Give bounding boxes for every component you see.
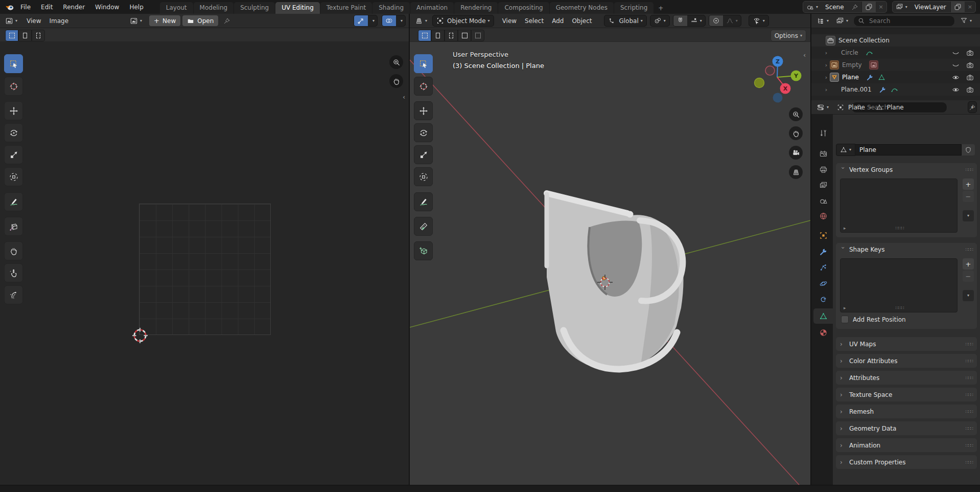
workspace-tab-layout[interactable]: Layout: [160, 2, 193, 14]
uv-maps-panel[interactable]: ›UV Maps∷∷∷: [836, 337, 977, 351]
options-button[interactable]: Options▾: [771, 30, 806, 41]
view-layer-browse-button[interactable]: ▾: [893, 2, 911, 12]
remesh-panel[interactable]: ›Remesh∷∷∷: [836, 405, 977, 418]
props-tab-material[interactable]: [813, 325, 833, 340]
vp-menu-select[interactable]: Select: [521, 17, 548, 25]
gizmo-axis-neg-x[interactable]: [765, 66, 775, 75]
props-tab-physics[interactable]: [813, 276, 833, 291]
props-tab-constraints[interactable]: [813, 292, 833, 307]
uv-tool-rip-region[interactable]: [4, 217, 23, 236]
outliner-display-mode-button[interactable]: ▾: [834, 16, 850, 26]
props-tab-view-layer[interactable]: [813, 177, 833, 193]
props-tab-modifiers[interactable]: [813, 244, 833, 259]
outliner-row-partial[interactable]: ›: [811, 96, 980, 100]
render-visibility-icon[interactable]: [966, 49, 974, 57]
modifier-wrench-icon[interactable]: [879, 86, 886, 94]
vp-ortho-toggle-button[interactable]: [789, 165, 803, 179]
add-workspace-button[interactable]: +: [654, 3, 667, 14]
uv-tool-relax[interactable]: [4, 263, 23, 282]
texture-space-panel[interactable]: ›Texture Space∷∷∷: [836, 388, 977, 401]
vp-select-mode-intersect[interactable]: [471, 30, 484, 41]
shape-key-specials-button[interactable]: ▾: [963, 290, 974, 301]
render-visibility-icon[interactable]: [966, 86, 974, 94]
uv-tool-transform[interactable]: [4, 167, 23, 186]
vp-tool-scale[interactable]: [414, 145, 433, 164]
hide-icon[interactable]: [952, 61, 960, 69]
vp-tool-annotate[interactable]: [414, 192, 433, 211]
image-browse-button[interactable]: ▾: [128, 16, 144, 26]
list-disclosure[interactable]: ▸: [844, 226, 846, 231]
props-tab-data[interactable]: [813, 308, 833, 324]
proportional-falloff-selector[interactable]: ▾: [723, 17, 741, 25]
workspace-tab-sculpting[interactable]: Sculpting: [234, 2, 275, 14]
vp-tool-transform[interactable]: [414, 167, 433, 186]
mesh-datablock-browse[interactable]: ▾: [836, 144, 855, 156]
props-tab-object[interactable]: [813, 228, 833, 243]
uv-select-mode-subtract[interactable]: [32, 30, 45, 41]
props-tab-scene[interactable]: [813, 193, 833, 208]
vp-tool-measure[interactable]: [414, 217, 433, 236]
scene-new-button[interactable]: [861, 2, 876, 12]
snap-toggle[interactable]: [673, 15, 687, 26]
vertex-group-remove-button[interactable]: −: [963, 191, 974, 202]
uv-pan-button[interactable]: [389, 74, 403, 88]
scene-browse-button[interactable]: ▾: [803, 2, 821, 12]
view-layer-remove-button[interactable]: ×: [965, 4, 975, 10]
uv-show-overlays-toggle[interactable]: [382, 15, 396, 26]
uv-grid[interactable]: [139, 204, 271, 335]
uv-menu-view[interactable]: View: [22, 17, 45, 25]
uv-tool-scale[interactable]: [4, 145, 23, 164]
hide-icon[interactable]: [952, 49, 960, 57]
uv-zoom-button[interactable]: [389, 55, 403, 69]
vp-tool-select-box[interactable]: [414, 54, 433, 73]
object-type-visibility-selector[interactable]: ▾: [749, 15, 769, 27]
vp-tool-cursor[interactable]: [414, 77, 433, 96]
menu-file[interactable]: File: [15, 0, 36, 14]
vp-menu-object[interactable]: Object: [568, 17, 596, 25]
navigation-gizmo[interactable]: Z Y X: [749, 52, 805, 106]
vp-tool-move[interactable]: [414, 101, 433, 120]
uv-tool-annotate[interactable]: [4, 192, 23, 211]
panel-grip[interactable]: ∷∷∷: [966, 167, 973, 172]
modifier-wrench-icon[interactable]: [866, 74, 874, 81]
uv-tool-cursor[interactable]: [4, 77, 23, 96]
props-tab-output[interactable]: [813, 162, 833, 177]
viewport-canvas[interactable]: User Perspective (3) Scene Collection | …: [410, 42, 810, 485]
add-rest-position-checkbox[interactable]: [841, 316, 849, 323]
image-open-button[interactable]: Open: [182, 15, 218, 26]
uv-tool-rotate[interactable]: [4, 123, 23, 142]
uv-menu-image[interactable]: Image: [45, 17, 73, 25]
view-layer-new-button[interactable]: [950, 2, 965, 12]
image-pin-icon[interactable]: [223, 17, 230, 25]
vp-menu-add[interactable]: Add: [548, 17, 568, 25]
proportional-edit-toggle[interactable]: [709, 15, 723, 26]
scene-pin-icon[interactable]: [848, 2, 861, 12]
vp-tool-add-cube[interactable]: [414, 241, 433, 260]
view-layer-name[interactable]: ViewLayer: [911, 4, 950, 11]
props-tab-tool[interactable]: [813, 125, 833, 141]
outliner-search-input[interactable]: [868, 17, 950, 25]
breadcrumb-object[interactable]: Plane: [848, 104, 865, 111]
hide-icon[interactable]: [952, 86, 960, 94]
vp-tool-rotate[interactable]: [414, 123, 433, 142]
viewport-editor-type-button[interactable]: ▾: [413, 16, 429, 26]
outliner-row-circle[interactable]: › Circle: [811, 47, 980, 59]
vp-camera-view-button[interactable]: [789, 146, 803, 160]
uv-select-mode-extend[interactable]: [18, 30, 32, 41]
workspace-tab-modeling[interactable]: Modeling: [194, 2, 234, 14]
vp-menu-view[interactable]: View: [498, 17, 521, 25]
geometry-data-panel[interactable]: ›Geometry Data∷∷∷: [836, 421, 977, 435]
vertex-group-add-button[interactable]: +: [963, 178, 974, 190]
vertex-group-specials-button[interactable]: ▾: [963, 210, 974, 221]
render-visibility-icon[interactable]: [966, 74, 974, 81]
gizmo-axis-neg-y[interactable]: [755, 78, 764, 88]
workspace-tab-texture-paint[interactable]: Texture Paint: [320, 2, 372, 14]
image-new-button[interactable]: +New: [149, 15, 180, 26]
expand-icon[interactable]: ›: [823, 62, 830, 69]
scene-unlink-button[interactable]: ×: [876, 4, 886, 10]
fake-user-shield-button[interactable]: [962, 144, 975, 155]
properties-pin-icon[interactable]: [969, 104, 976, 111]
vertex-groups-panel-header[interactable]: ›Vertex Groups∷∷∷: [836, 163, 977, 176]
uv-tool-pinch[interactable]: [4, 285, 23, 304]
outliner-filter-button[interactable]: ▾: [958, 16, 974, 26]
